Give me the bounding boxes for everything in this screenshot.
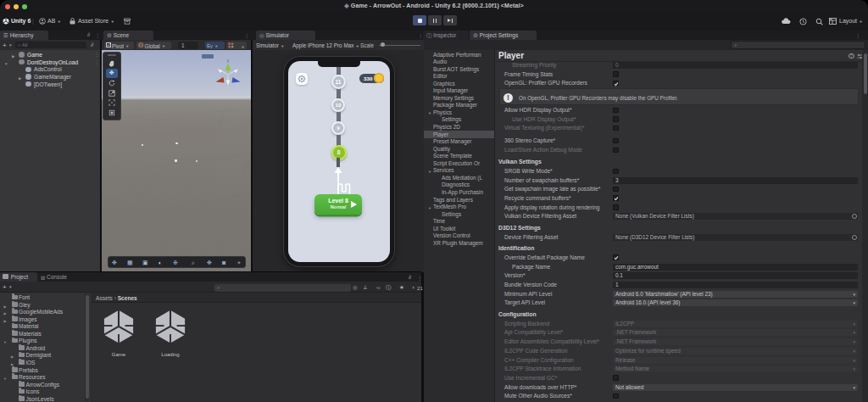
svg-text:y: y [227, 59, 230, 63]
